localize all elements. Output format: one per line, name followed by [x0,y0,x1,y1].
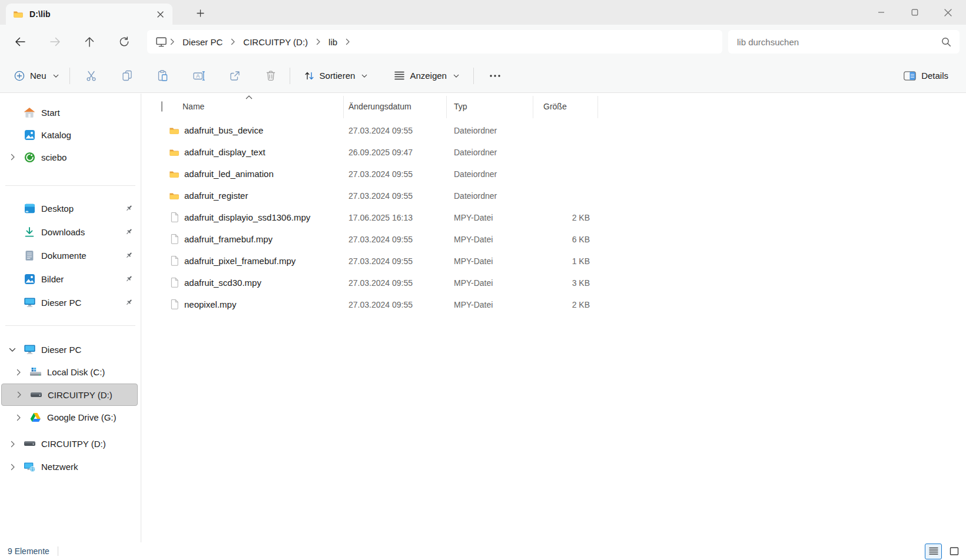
usb-drive-icon [23,441,36,447]
home-icon [23,107,36,118]
view-button[interactable]: Anzeigen [389,64,465,88]
sidebar-item-desktop[interactable]: Desktop [0,196,141,220]
column-header-date[interactable]: Änderungsdatum [343,101,446,112]
details-view-button[interactable] [925,544,942,559]
this-pc-icon [23,344,36,355]
file-type: MPY-Datei [446,256,533,266]
back-button[interactable] [7,29,33,55]
share-button[interactable] [223,64,247,88]
divider [69,68,70,84]
table-row[interactable]: adafruit_displayio_ssd1306.mpy 17.06.202… [161,206,966,228]
table-row[interactable]: adafruit_framebuf.mpy 27.03.2024 09:55 M… [161,228,966,250]
column-divider[interactable] [533,96,533,118]
divider [5,185,135,186]
sidebar-tree-google-drive-g[interactable]: Google Drive (G:) [0,406,141,429]
breadcrumb-item-dieser-pc[interactable]: Dieser PC [177,35,228,49]
sidebar-item-circuitpy-d[interactable]: CIRCUITPY (D:) [0,432,141,455]
sidebar-item-downloads[interactable]: Downloads [0,220,141,244]
file-date: 27.03.2024 09:55 [343,300,446,309]
local-disk-icon [29,367,42,377]
sidebar-label: Start [41,108,60,118]
details-pane-label: Details [921,71,948,81]
pin-icon [125,298,133,306]
chevron-right-icon[interactable] [9,154,16,161]
cut-button[interactable] [79,64,103,88]
select-all-checkbox[interactable] [161,101,162,112]
table-row[interactable]: neopixel.mpy 27.03.2024 09:55 MPY-Datei … [161,294,966,315]
usb-drive-icon [29,392,42,398]
folder-icon [169,126,180,135]
file-icon [169,212,180,223]
table-row[interactable]: adafruit_led_animation 27.03.2024 09:55 … [161,163,966,185]
sidebar-label: Local Disk (C:) [47,367,105,377]
monitor-icon[interactable] [155,36,167,48]
sidebar-tree-circuitpy-d-selected[interactable]: CIRCUITPY (D:) [1,384,138,406]
rename-button[interactable]: A [187,64,211,88]
sidebar-label: Netzwerk [41,462,78,472]
sidebar-item-start[interactable]: Start [0,101,141,124]
search-icon[interactable] [941,37,951,47]
chevron-right-icon[interactable] [15,414,22,421]
divider [473,68,474,84]
copy-button[interactable] [115,64,139,88]
file-size: 3 KB [533,278,597,288]
column-divider[interactable] [446,96,447,118]
minimize-button[interactable] [864,0,898,25]
sidebar-item-bilder[interactable]: Bilder [0,267,141,291]
sidebar-item-netzwerk[interactable]: Netzwerk [0,455,141,478]
table-row[interactable]: adafruit_scd30.mpy 27.03.2024 09:55 MPY-… [161,272,966,294]
tab-d-lib[interactable]: D:\lib [6,4,172,25]
details-pane-icon [904,71,916,81]
breadcrumb-item-lib[interactable]: lib [323,35,343,49]
refresh-button[interactable] [111,29,137,55]
column-header-size[interactable]: Größe [533,101,597,112]
chevron-right-icon[interactable] [15,369,22,376]
sidebar-item-katalog[interactable]: Katalog [0,124,141,146]
status-bar: 9 Elemente [0,542,966,560]
sidebar-item-dieser-pc-pinned[interactable]: Dieser PC [0,291,141,314]
details-pane-button[interactable]: Details [898,64,954,88]
close-button[interactable] [931,0,965,25]
delete-button[interactable] [259,64,283,88]
navigation-bar: Dieser PC CIRCUITPY (D:) lib lib durchsu… [0,25,966,59]
chevron-down-icon[interactable] [9,346,16,353]
column-header-type[interactable]: Typ [446,101,533,112]
new-tab-button[interactable] [193,6,207,19]
chevron-right-icon[interactable] [9,464,16,471]
new-button[interactable]: Neu [8,64,65,88]
up-button[interactable] [77,29,102,55]
large-icons-view-button[interactable] [945,544,962,559]
maximize-button[interactable] [898,0,931,25]
column-divider[interactable] [343,96,344,118]
tab-close-icon[interactable] [154,8,167,21]
column-header-name[interactable]: Name [179,101,343,112]
forward-button[interactable] [42,29,68,55]
file-type: Dateiordner [446,191,533,201]
chevron-right-icon[interactable] [9,441,16,448]
chevron-right-icon [169,38,175,45]
file-list-body: adafruit_bus_device 27.03.2024 09:55 Dat… [142,119,966,315]
column-divider[interactable] [597,96,598,118]
file-name: adafruit_pixel_framebuf.mpy [184,256,296,266]
new-button-label: Neu [30,71,47,81]
chevron-right-icon[interactable] [15,391,22,398]
sidebar-item-sciebo[interactable]: sciebo [0,146,141,168]
sort-button[interactable]: Sortieren [298,64,374,88]
table-row[interactable]: adafruit_pixel_framebuf.mpy 27.03.2024 0… [161,250,966,272]
sidebar-tree-local-disk-c[interactable]: Local Disk (C:) [0,361,141,384]
table-row[interactable]: adafruit_bus_device 27.03.2024 09:55 Dat… [161,119,966,141]
sidebar-item-dokumente[interactable]: Dokumente [0,244,141,267]
more-button[interactable] [483,64,507,88]
file-type: Dateiordner [446,169,533,179]
search-input[interactable]: lib durchsuchen [728,30,960,54]
tab-title: D:\lib [29,9,154,19]
paste-button[interactable] [151,64,175,88]
breadcrumb-item-circuitpy[interactable]: CIRCUITPY (D:) [238,35,313,49]
sidebar-tree-dieser-pc[interactable]: Dieser PC [0,338,141,361]
chevron-down-icon [453,73,459,79]
table-row[interactable]: adafruit_display_text 26.09.2025 09:47 D… [161,141,966,163]
file-type: Dateiordner [446,148,533,157]
plus-circle-icon [14,71,25,81]
table-row[interactable]: adafruit_register 27.03.2024 09:55 Datei… [161,185,966,206]
gallery-icon [23,129,36,141]
